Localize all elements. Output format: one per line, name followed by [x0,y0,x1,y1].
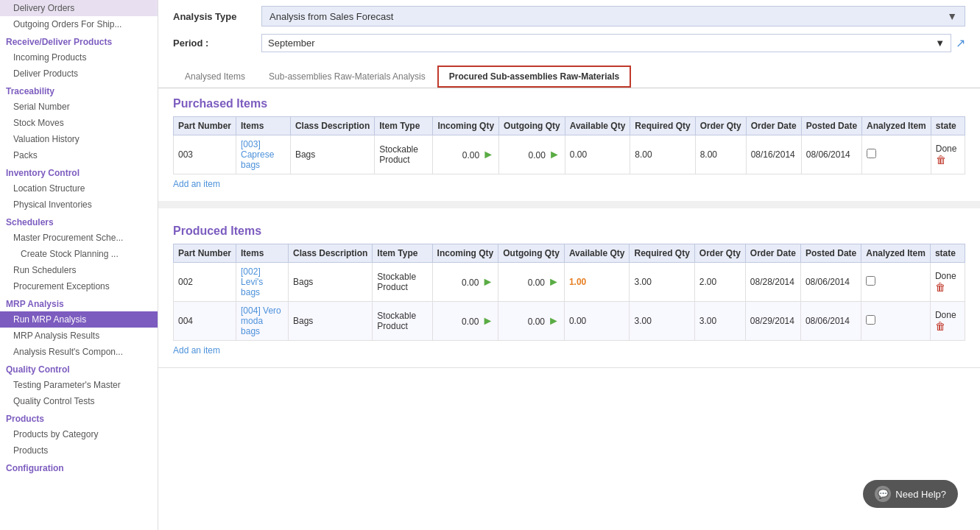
sidebar-section-header: MRP Analysis [0,294,158,311]
col-header-items: Items [236,117,291,135]
sidebar-item[interactable]: Run Schedulers [0,262,158,278]
required-qty-cell: 3.00 [630,263,694,302]
period-select[interactable]: September ▼ [261,34,951,52]
col-header-state: state [931,117,965,135]
sidebar-section-header: Configuration [0,459,158,476]
need-help-button[interactable]: 💬 Need Help? [863,480,958,508]
class-desc-cell: Bags [288,302,372,341]
col-header-posted-date: Posted Date [801,117,861,135]
sidebar: Delivery OrdersOutgoing Orders For Ship.… [0,0,158,530]
sidebar-item[interactable]: Physical Inventories [0,197,158,213]
produced-add-item[interactable]: Add an item [158,341,235,360]
state-cell: Done 🗑 [930,302,965,341]
analysis-type-label: Analysis Type [173,11,261,22]
col-header-outgoing-qty: Outgoing Qty [499,117,565,135]
col-header-incoming-qty: Incoming Qty [433,117,499,135]
analyzed-checkbox[interactable] [866,315,875,325]
sidebar-item[interactable]: MRP Analysis Results [0,328,158,344]
arrow-icon[interactable]: ► [482,314,493,327]
tab-sub-assemblies-raw-materials-analysis[interactable]: Sub-assemblies Raw-Materials Analysis [257,66,437,88]
part-number-cell: 003 [174,135,236,174]
sidebar-item[interactable]: Location Structure [0,180,158,197]
required-qty-cell: 8.00 [630,135,695,174]
sidebar-section-header: Schedulers [0,213,158,230]
col-header-order-qty: Order Qty [694,244,745,263]
sidebar-item[interactable]: Packs [0,147,158,163]
arrow-icon[interactable]: ► [548,314,560,327]
analysis-type-dropdown-icon[interactable]: ▼ [947,10,957,22]
posted-date-cell: 08/06/2014 [800,263,861,302]
delete-icon[interactable]: 🗑 [935,320,945,332]
arrow-icon[interactable]: ► [482,275,493,288]
sidebar-item[interactable]: Serial Number [0,99,158,115]
sidebar-item[interactable]: Quality Control Tests [0,393,158,409]
tabs-row: Analysed ItemsSub-assemblies Raw-Materia… [158,66,980,88]
sidebar-item[interactable]: Procurement Exceptions [0,278,158,294]
purchased-items-table: Part NumberItemsClass DescriptionItem Ty… [173,116,965,174]
item-link[interactable]: [004] Vero moda bags [241,305,281,336]
state-cell: Done 🗑 [930,263,965,302]
sidebar-item[interactable]: Valuation History [0,131,158,147]
class-desc-cell: Bags [288,263,372,302]
produced-items-table: Part NumberItemsClass DescriptionItem Ty… [173,244,965,341]
analyzed-item-cell [862,135,931,174]
state-cell: Done 🗑 [931,135,965,174]
col-header-order-date: Order Date [745,244,800,263]
col-header-required-qty: Required Qty [630,117,695,135]
incoming-qty-cell: 0.00► [432,302,498,341]
required-qty-cell: 3.00 [630,302,694,341]
sidebar-item[interactable]: Create Stock Planning ... [0,246,158,262]
analyzed-item-cell [861,263,931,302]
col-header-item-type: Item Type [373,244,432,263]
col-header-items: Items [236,244,289,263]
items-cell: [004] Vero moda bags [236,302,289,341]
delete-icon[interactable]: 🗑 [936,154,946,166]
items-cell: [003] Caprese bags [236,135,291,174]
analyzed-checkbox[interactable] [867,149,876,158]
col-header-incoming-qty: Incoming Qty [432,244,498,263]
item-link[interactable]: [003] Caprese bags [241,139,274,170]
sidebar-item[interactable]: Products [0,442,158,459]
incoming-qty-cell: 0.00► [433,135,499,174]
sidebar-section-header: Inventory Control [0,163,158,180]
main-content: Analysis Type Analysis from Sales Foreca… [158,0,980,530]
tab-procured-sub-assemblies-raw-materials[interactable]: Procured Sub-assemblies Raw-Materials [437,66,631,88]
sidebar-item[interactable]: Outgoing Orders For Ship... [0,16,158,32]
table-row: 004[004] Vero moda bagsBagsStockable Pro… [174,302,965,341]
sidebar-item[interactable]: Testing Parameter's Master [0,377,158,393]
col-header-order-date: Order Date [746,117,801,135]
available-qty-cell: 0.00 [565,135,630,174]
sidebar-item[interactable]: Stock Moves [0,115,158,131]
posted-date-cell: 08/06/2014 [800,302,861,341]
table-row: 003[003] Caprese bagsBagsStockable Produ… [174,135,965,174]
sidebar-item[interactable]: Delivery Orders [0,0,158,16]
sidebar-item[interactable]: Deliver Products [0,66,158,82]
sidebar-item[interactable]: Analysis Result's Compon... [0,344,158,360]
sidebar-item[interactable]: Master Procurement Sche... [0,230,158,246]
col-header-part-number: Part Number [174,117,236,135]
col-header-available-qty: Available Qty [565,117,630,135]
available-qty-cell: 0.00 [564,302,630,341]
analyzed-checkbox[interactable] [866,276,875,286]
delete-icon[interactable]: 🗑 [935,281,945,293]
arrow-icon[interactable]: ► [549,148,560,160]
col-header-analyzed-item: Analyzed Item [862,117,931,135]
item-type-cell: Stockable Product [375,135,433,174]
tab-analysed-items[interactable]: Analysed Items [173,66,257,88]
order-qty-cell: 3.00 [694,302,745,341]
item-link[interactable]: [002] Levi's bags [241,266,263,297]
sidebar-item[interactable]: Run MRP Analysis [0,311,158,328]
purchased-add-item[interactable]: Add an item [158,174,235,194]
sidebar-item[interactable]: Products by Category [0,426,158,442]
period-external-link-icon[interactable]: ↗ [956,36,965,50]
arrow-icon[interactable]: ► [548,275,560,288]
outgoing-qty-cell: 0.00► [498,302,565,341]
outgoing-qty-cell: 0.00► [499,135,565,174]
sidebar-item[interactable]: Incoming Products [0,49,158,66]
need-help-label: Need Help? [895,489,946,500]
incoming-qty-cell: 0.00► [432,263,498,302]
arrow-icon[interactable]: ► [482,148,494,160]
order-date-cell: 08/28/2014 [745,263,800,302]
col-header-class-description: Class Description [290,117,374,135]
order-date-cell: 08/29/2014 [745,302,800,341]
